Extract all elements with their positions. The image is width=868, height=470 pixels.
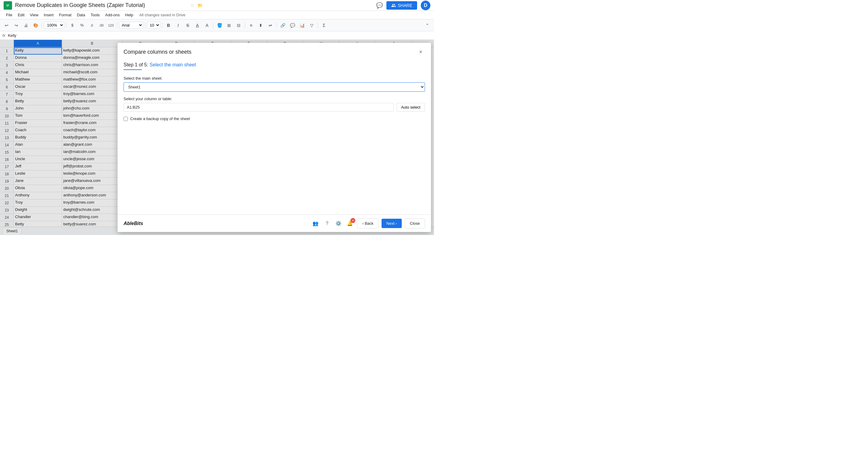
column-select-label: Select your column or table: xyxy=(124,96,425,101)
decimal-decrease[interactable]: .0 xyxy=(87,21,96,30)
sheet-area: A B C D E F G H I J 12345678910111213141… xyxy=(0,40,434,235)
sheet-select-label: Select the main sheet: xyxy=(124,76,425,81)
backup-checkbox[interactable] xyxy=(124,117,128,121)
collapse-toolbar[interactable]: ⌃ xyxy=(423,21,432,30)
backup-checkbox-label: Create a backup copy of the sheet xyxy=(130,116,190,121)
wrap-button[interactable]: ⇌ xyxy=(266,21,275,30)
font-size-select[interactable]: 10 xyxy=(147,22,160,29)
decimal-increase[interactable]: .00 xyxy=(97,21,105,30)
menu-addons[interactable]: Add-ons xyxy=(103,12,122,18)
menu-help[interactable]: Help xyxy=(123,12,135,18)
folder-icon[interactable]: 📁 xyxy=(197,3,203,8)
avatar[interactable]: D xyxy=(421,1,430,10)
svg-rect-3 xyxy=(7,6,8,6)
help-icon[interactable]: ? xyxy=(323,219,331,228)
print-button[interactable]: 🖨 xyxy=(22,21,30,30)
percent-button[interactable]: % xyxy=(78,21,86,30)
saved-status: All changes saved in Drive xyxy=(139,13,185,17)
share-button[interactable]: SHARE xyxy=(386,1,417,10)
strikethrough-button[interactable]: S xyxy=(184,21,192,30)
toolbar-divider-1 xyxy=(41,22,42,28)
text-color-button[interactable]: A xyxy=(203,21,211,30)
comment-icon[interactable]: 💬 xyxy=(376,2,383,9)
format-123[interactable]: 123 xyxy=(107,21,115,30)
font-select[interactable]: Arial xyxy=(119,22,143,29)
toolbar: ↩ ↪ 🖨 🎨 100% $ % .0 .00 123 Arial 10 B I… xyxy=(0,19,434,31)
formula-button[interactable]: Σ xyxy=(320,21,328,30)
step-divider xyxy=(124,69,142,70)
paint-format-button[interactable]: 🎨 xyxy=(31,21,40,30)
back-button[interactable]: ‹ Back xyxy=(357,218,378,228)
toolbar-divider-4 xyxy=(145,22,145,28)
footer-brand: AbleBits xyxy=(124,221,143,226)
menu-edit[interactable]: Edit xyxy=(16,12,27,18)
column-input-row: Auto select xyxy=(124,103,425,112)
column-select-section: Select your column or table: Auto select xyxy=(124,96,425,112)
toolbar-divider-5 xyxy=(162,22,162,28)
modal-body: Step 1 of 5: Select the main sheet Selec… xyxy=(118,59,431,214)
sheet-select-section: Select the main sheet: Sheet1 xyxy=(124,76,425,92)
fill-color-button[interactable]: 🪣 xyxy=(215,21,224,30)
fx-label: fx xyxy=(2,33,5,38)
modal-close-button[interactable]: × xyxy=(416,48,425,56)
column-input[interactable] xyxy=(124,103,394,112)
bold-button[interactable]: B xyxy=(164,21,173,30)
toolbar-divider-3 xyxy=(117,22,117,28)
merge-button[interactable]: ⊟ xyxy=(235,21,243,30)
notifications-icon[interactable]: 🔔 30 xyxy=(346,219,354,228)
backup-checkbox-row: Create a backup copy of the sheet xyxy=(124,116,425,121)
sheet-select[interactable]: Sheet1 xyxy=(124,82,425,92)
link-button[interactable]: 🔗 xyxy=(278,21,287,30)
app-icon xyxy=(4,1,12,10)
menu-format[interactable]: Format xyxy=(57,12,74,18)
auto-select-button[interactable]: Auto select xyxy=(397,103,425,112)
doc-title: Remove Duplicates in Google Sheets (Zapi… xyxy=(15,2,188,8)
menu-tools[interactable]: Tools xyxy=(88,12,102,18)
formula-value: Kelly xyxy=(8,33,16,38)
insert-comment-button[interactable]: 💬 xyxy=(288,21,297,30)
svg-rect-2 xyxy=(7,5,9,5)
step-link[interactable]: Select the main sheet xyxy=(150,62,196,67)
valign-button[interactable]: ⬍ xyxy=(256,21,265,30)
currency-button[interactable]: $ xyxy=(68,21,76,30)
toolbar-divider-6 xyxy=(213,22,213,28)
menu-bar: File Edit View Insert Format Data Tools … xyxy=(0,11,434,19)
star-icon[interactable]: ☆ xyxy=(190,2,194,8)
italic-button[interactable]: I xyxy=(174,21,182,30)
notification-badge: 30 xyxy=(350,218,355,223)
next-button[interactable]: Next › xyxy=(381,219,402,228)
right-controls: 💬 SHARE D xyxy=(376,1,430,10)
title-bar: Remove Duplicates in Google Sheets (Zapi… xyxy=(0,0,434,11)
help-users-icon[interactable]: 👥 xyxy=(311,219,320,228)
svg-rect-1 xyxy=(7,4,9,5)
zoom-select[interactable]: 100% xyxy=(44,22,64,29)
menu-view[interactable]: View xyxy=(27,12,41,18)
filter-button[interactable]: ▽ xyxy=(307,21,316,30)
modal-header: Compare columns or sheets × xyxy=(118,43,431,59)
borders-button[interactable]: ⊞ xyxy=(225,21,233,30)
chart-button[interactable]: 📊 xyxy=(298,21,306,30)
close-button[interactable]: Close xyxy=(405,218,425,228)
settings-icon[interactable]: ⚙️ xyxy=(334,219,343,228)
compare-modal: Compare columns or sheets × Step 1 of 5:… xyxy=(118,43,431,232)
modal-footer: AbleBits 👥 ? ⚙️ 🔔 30 ‹ Back Next › Close xyxy=(118,214,431,232)
menu-insert[interactable]: Insert xyxy=(41,12,56,18)
formula-bar: fx Kelly xyxy=(0,31,434,40)
toolbar-divider-8 xyxy=(276,22,277,28)
toolbar-divider-7 xyxy=(245,22,245,28)
step-heading: Step 1 of 5: Select the main sheet xyxy=(124,62,425,67)
step-label: Step 1 of 5: xyxy=(124,62,148,67)
toolbar-divider-9 xyxy=(318,22,318,28)
modal-title: Compare columns or sheets xyxy=(124,49,191,55)
menu-data[interactable]: Data xyxy=(74,12,87,18)
underline-button[interactable]: A xyxy=(193,21,202,30)
toolbar-divider-2 xyxy=(66,22,66,28)
align-button[interactable]: ≡ xyxy=(247,21,255,30)
menu-file[interactable]: File xyxy=(4,12,15,18)
undo-button[interactable]: ↩ xyxy=(2,21,11,30)
share-label: SHARE xyxy=(398,3,412,8)
redo-button[interactable]: ↪ xyxy=(12,21,21,30)
